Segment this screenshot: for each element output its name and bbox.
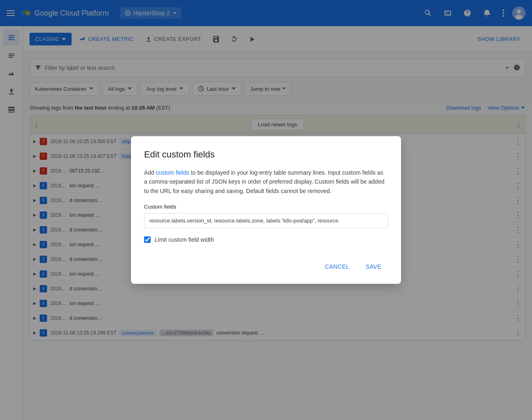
limit-field-width-checkbox[interactable]	[144, 236, 151, 243]
dialog-title: Edit custom fields	[144, 149, 388, 160]
edit-custom-fields-dialog: Edit custom fields Add custom fields to …	[131, 136, 401, 284]
limit-field-width-row: Limit custom field width	[144, 236, 388, 243]
custom-fields-link[interactable]: custom fields	[156, 169, 189, 176]
custom-fields-input[interactable]	[144, 213, 388, 228]
dialog-body-prefix: Add	[144, 169, 156, 176]
dialog-body: Add custom fields to be displayed in you…	[144, 168, 388, 195]
custom-fields-label: Custom fields	[144, 204, 388, 210]
save-button[interactable]: SAVE	[359, 259, 388, 274]
modal-overlay[interactable]: Edit custom fields Add custom fields to …	[0, 0, 532, 420]
limit-field-width-label[interactable]: Limit custom field width	[155, 236, 214, 243]
cancel-button[interactable]: CANCEL	[318, 259, 356, 274]
dialog-actions: CANCEL SAVE	[144, 259, 388, 274]
